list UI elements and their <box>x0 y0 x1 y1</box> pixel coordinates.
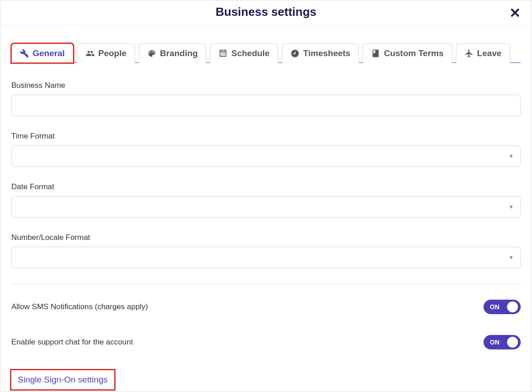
people-icon <box>86 49 95 58</box>
number-locale-select[interactable]: ▼ <box>11 247 521 268</box>
date-format-select[interactable]: ▼ <box>11 196 521 218</box>
divider <box>11 284 521 284</box>
business-name-label: Business Name <box>11 81 521 90</box>
sms-toggle-label: Allow SMS Notifications (charges apply) <box>11 302 148 311</box>
time-format-group: Time Format ▼ <box>11 132 521 167</box>
tabs-row: General People Branding Schedule <box>11 43 521 63</box>
chevron-down-icon: ▼ <box>508 153 514 159</box>
close-icon[interactable]: ✕ <box>509 6 521 20</box>
tab-custom-terms[interactable]: Custom Terms <box>363 43 452 63</box>
plane-icon <box>464 49 474 58</box>
calendar-icon <box>218 49 227 58</box>
tab-label: Branding <box>160 48 198 58</box>
tab-label: Leave <box>477 48 502 58</box>
sms-toggle[interactable]: ON <box>484 300 521 314</box>
tab-label: Timesheets <box>303 48 350 58</box>
tab-leave[interactable]: Leave <box>456 43 510 63</box>
business-name-input[interactable] <box>11 95 521 116</box>
clock-icon <box>290 49 300 58</box>
tab-branding[interactable]: Branding <box>139 43 206 63</box>
tools-icon <box>20 49 29 58</box>
sso-settings-link[interactable]: Single Sign-On settings <box>11 370 114 389</box>
time-format-select[interactable]: ▼ <box>11 145 521 167</box>
support-chat-toggle-row: Enable support chat for the account ON <box>11 335 521 349</box>
tab-label: People <box>98 48 126 58</box>
palette-icon <box>147 49 156 58</box>
modal-content: General People Branding Schedule <box>0 26 532 392</box>
date-format-label: Date Format <box>11 182 521 191</box>
number-locale-label: Number/Locale Format <box>11 233 521 242</box>
chevron-down-icon: ▼ <box>508 204 514 210</box>
support-chat-toggle-label: Enable support chat for the account <box>11 338 133 347</box>
tab-label: Custom Terms <box>384 48 444 58</box>
modal-header: Business settings ✕ <box>0 0 532 26</box>
toggle-knob <box>507 301 518 312</box>
tab-timesheets[interactable]: Timesheets <box>282 43 359 63</box>
book-icon <box>371 49 380 58</box>
tab-label: Schedule <box>231 48 269 58</box>
page-title: Business settings <box>216 5 317 19</box>
business-name-group: Business Name <box>11 81 521 116</box>
tab-people[interactable]: People <box>77 43 135 63</box>
date-format-group: Date Format ▼ <box>11 182 521 218</box>
tab-schedule[interactable]: Schedule <box>210 43 278 63</box>
toggle-state: ON <box>490 303 503 311</box>
toggle-knob <box>507 337 518 348</box>
tab-label: General <box>33 48 65 58</box>
time-format-label: Time Format <box>11 132 521 141</box>
number-locale-group: Number/Locale Format ▼ <box>11 233 521 268</box>
settings-modal: Business settings ✕ General People Br <box>0 0 532 392</box>
chevron-down-icon: ▼ <box>508 254 514 261</box>
toggle-state: ON <box>490 339 503 346</box>
support-chat-toggle[interactable]: ON <box>484 335 521 349</box>
sms-toggle-row: Allow SMS Notifications (charges apply) … <box>11 300 521 314</box>
tab-general[interactable]: General <box>11 43 73 63</box>
